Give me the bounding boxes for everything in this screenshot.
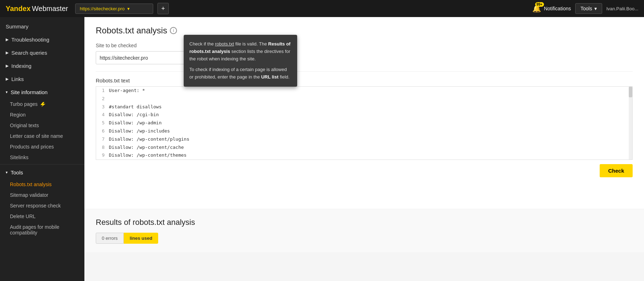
- check-button[interactable]: Check: [600, 164, 633, 177]
- tools-label: Tools: [581, 6, 592, 11]
- url-input-value: https://sitechecker.pro: [100, 55, 148, 61]
- field-label: Site to be checked: [96, 43, 633, 48]
- code-line: 3#standart disallows: [96, 103, 632, 111]
- letter-case-label: Letter case of site name: [10, 133, 63, 139]
- main-content: Robots.txt analysis i Check if the robot…: [84, 17, 644, 281]
- tab-lines-used[interactable]: lines used: [124, 233, 159, 244]
- code-line: 1User-agent: *: [96, 87, 632, 95]
- sidebar-sub-region[interactable]: Region: [0, 109, 84, 120]
- header: Yandex Webmaster https://sitechecker.pro…: [0, 0, 644, 17]
- line-number: 4: [96, 111, 109, 119]
- sidebar-sub-delete-url[interactable]: Delete URL: [0, 211, 84, 222]
- site-url: https://sitechecker.pro: [80, 6, 124, 11]
- scrollbar-thumb[interactable]: [629, 87, 632, 97]
- notifications-button[interactable]: 🔔 99+ Notifications: [532, 4, 571, 13]
- tooltip-bold2: URL list: [261, 74, 278, 80]
- arrow-down-icon: ▾: [6, 170, 8, 175]
- turbo-pages-label: Turbo pages: [10, 101, 38, 107]
- notification-badge: 99+: [535, 2, 544, 7]
- info-icon[interactable]: i: [170, 27, 177, 34]
- sidebar-item-indexing[interactable]: ▶ Indexing: [0, 59, 84, 72]
- sidebar-sub-audit-mobile[interactable]: Audit pages for mobile compatibility: [0, 222, 84, 238]
- sidebar-links-label: Links: [11, 76, 24, 82]
- scrollbar-track[interactable]: [629, 87, 632, 160]
- sidebar-sub-robots-txt[interactable]: Robots.txt analysis: [0, 179, 84, 190]
- sidebar-sub-original-texts[interactable]: Original texts: [0, 120, 84, 131]
- lightning-icon: [40, 102, 45, 107]
- sidebar-troubleshooting-label: Troubleshooting: [11, 37, 49, 43]
- layout: Summary ▶ Troubleshooting ▶ Search queri…: [0, 17, 644, 281]
- line-number: 9: [96, 152, 109, 159]
- input-row: https://sitechecker.pro ✕ ⬇: [96, 51, 633, 64]
- sidebar-sub-sitemap-validator[interactable]: Sitemap validator: [0, 190, 84, 200]
- sidebar-sub-server-response[interactable]: Server response check: [0, 200, 84, 211]
- sidebar-indexing-label: Indexing: [11, 63, 32, 69]
- results-title: Results of robots.txt analysis: [96, 218, 633, 227]
- original-texts-label: Original texts: [10, 123, 39, 128]
- line-number: 5: [96, 119, 109, 127]
- sidebar-item-links[interactable]: ▶ Links: [0, 72, 84, 86]
- sidebar-sub-letter-case[interactable]: Letter case of site name: [0, 131, 84, 141]
- main-inner: Robots.txt analysis i Check if the robot…: [84, 17, 644, 209]
- line-code: Disallow: /wp-content/themes: [109, 152, 187, 159]
- sidebar-sub-sitelinks[interactable]: Sitelinks: [0, 152, 84, 163]
- code-line: 9Disallow: /wp-content/themes: [96, 151, 632, 160]
- arrow-icon: ▶: [6, 64, 9, 68]
- logo: Yandex Webmaster: [6, 5, 68, 13]
- sidebar-tools-label: Tools: [11, 169, 23, 175]
- page-title: Robots.txt analysis i: [96, 26, 633, 36]
- line-code: Disallow: /wp-content/cache: [109, 144, 184, 151]
- site-selector[interactable]: https://sitechecker.pro ▾: [75, 4, 153, 14]
- line-code: Disallow: /wp-includes: [109, 128, 170, 135]
- sidebar-item-site-information[interactable]: ▾ Site information: [0, 86, 84, 99]
- tooltip-text1: Check if the: [189, 41, 214, 47]
- add-site-button[interactable]: +: [157, 3, 169, 14]
- line-code: Disallow: /wp-content/plugins: [109, 136, 189, 143]
- sitelinks-label: Sitelinks: [10, 155, 28, 160]
- tooltip-text5: field.: [280, 74, 289, 80]
- delete-url-label: Delete URL: [10, 214, 35, 219]
- code-line: 7Disallow: /wp-content/plugins: [96, 135, 632, 144]
- code-line: 8Disallow: /wp-content/cache: [96, 144, 632, 152]
- logo-yandex: Yandex: [6, 5, 30, 13]
- sidebar-search-queries-label: Search queries: [11, 50, 47, 56]
- line-code: Disallow: /cgi-bin: [109, 111, 159, 119]
- sidebar-item-troubleshooting[interactable]: ▶ Troubleshooting: [0, 33, 84, 46]
- line-code: User-agent: *: [109, 87, 145, 94]
- arrow-down-icon: ▾: [6, 90, 8, 94]
- code-line: 5Disallow: /wp-admin: [96, 119, 632, 127]
- line-number: 1: [96, 87, 109, 94]
- chevron-down-icon: ▾: [127, 6, 130, 11]
- products-prices-label: Products and prices: [10, 144, 54, 150]
- code-block: 1User-agent: *23#standart disallows4Disa…: [96, 86, 633, 160]
- code-line: 2: [96, 95, 632, 103]
- robots-text-label: Robots.txt text: [96, 71, 633, 83]
- code-line: 4Disallow: /cgi-bin: [96, 111, 632, 119]
- sidebar-item-search-queries[interactable]: ▶ Search queries: [0, 46, 84, 59]
- sidebar-item-tools[interactable]: ▾ Tools: [0, 166, 84, 179]
- code-lines-container: 1User-agent: *23#standart disallows4Disa…: [96, 87, 632, 160]
- audit-mobile-label: Audit pages for mobile compatibility: [10, 224, 59, 236]
- arrow-icon: ▶: [6, 37, 9, 42]
- url-input-field[interactable]: https://sitechecker.pro ✕: [96, 51, 195, 64]
- line-number: 6: [96, 128, 109, 135]
- results-section: Results of robots.txt analysis 0 errors …: [84, 209, 644, 252]
- tools-button[interactable]: Tools ▾: [575, 3, 602, 14]
- tools-chevron-icon: ▾: [594, 6, 597, 11]
- sidebar-summary-label: Summary: [6, 23, 28, 29]
- robots-txt-label: Robots.txt analysis: [10, 182, 52, 187]
- sidebar-sub-turbo-pages[interactable]: Turbo pages: [0, 99, 84, 109]
- line-code: Disallow: /wp-admin: [109, 119, 162, 127]
- bell-icon: 🔔 99+: [532, 4, 541, 13]
- tooltip-robots-link[interactable]: robots.txt: [215, 41, 234, 47]
- line-number: 3: [96, 103, 109, 111]
- server-response-label: Server response check: [10, 203, 61, 209]
- arrow-icon: ▶: [6, 50, 9, 55]
- tooltip-text2: file is valid. The: [235, 41, 267, 47]
- user-label: Ivan.Palii.Boo...: [606, 6, 638, 11]
- code-line: 6Disallow: /wp-includes: [96, 127, 632, 135]
- results-tabs: 0 errors lines used: [96, 233, 633, 244]
- sidebar-sub-products-prices[interactable]: Products and prices: [0, 141, 84, 152]
- tab-errors[interactable]: 0 errors: [96, 233, 124, 244]
- sidebar-item-summary[interactable]: Summary: [0, 20, 84, 33]
